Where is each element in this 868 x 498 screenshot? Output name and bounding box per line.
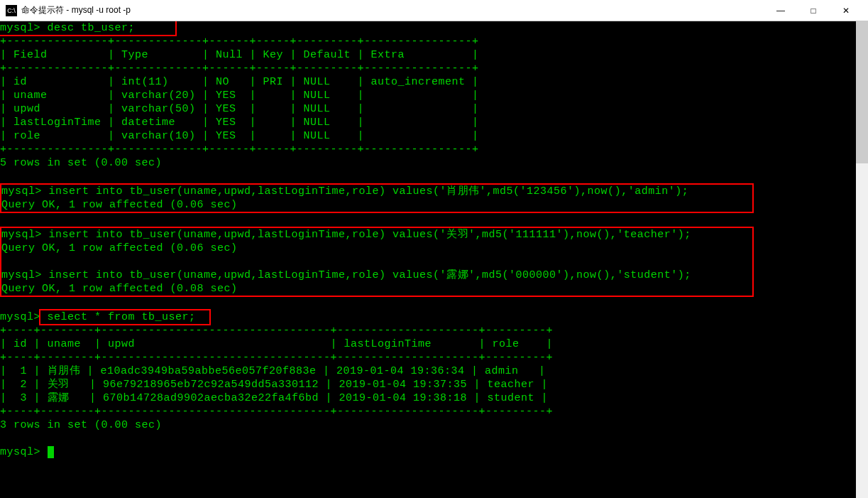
highlight-insert2-3: mysql> insert into tb_user(uname,upwd,la… [0,227,754,297]
select-table-row: | 2 | 关羽 | 96e79218965eb72c92a549dd5a330… [0,379,548,391]
insert1-cmd: mysql> insert into tb_user(uname,upwd,la… [1,185,688,197]
desc-command: desc tb_user; [40,22,135,34]
desc-table-row: | upwd | varchar(50) | YES | | NULL | | [0,103,479,115]
select-table-sep: +----+--------+-------------------------… [0,325,553,337]
window-title: 命令提示符 - mysql -u root -p [21,4,764,16]
select-table-row: | 1 | 肖朋伟 | e10adc3949ba59abbe56e057f20f… [0,365,546,377]
select-table-sep: +----+--------+-------------------------… [0,406,553,418]
terminal-container: mysql> desc tb_user; +---------------+--… [0,21,868,498]
mysql-prompt: mysql> [0,22,40,34]
insert2-result: Query OK, 1 row affected (0.06 sec) [1,242,238,254]
minimize-button[interactable]: — [764,0,797,21]
insert3-cmd: mysql> insert into tb_user(uname,upwd,la… [1,269,691,281]
desc-table-sep: +---------------+-------------+------+--… [0,36,479,48]
cmd-icon: C:\ [6,5,17,16]
desc-table-sep: +---------------+-------------+------+--… [0,63,479,75]
mysql-prompt: mysql> [0,311,40,323]
desc-table-row: | role | varchar(10) | YES | | NULL | | [0,130,479,142]
desc-summary: 5 rows in set (0.00 sec) [0,157,162,169]
insert2-cmd: mysql> insert into tb_user(uname,upwd,la… [1,229,691,241]
desc-table-sep: +---------------+-------------+------+--… [0,144,479,156]
mysql-prompt: mysql> [0,446,40,458]
window-buttons: — □ ✕ [764,0,862,21]
close-button[interactable]: ✕ [830,0,862,21]
scrollbar-thumb[interactable] [856,21,868,163]
select-summary: 3 rows in set (0.00 sec) [0,419,162,431]
select-table-sep: +----+--------+-------------------------… [0,352,553,364]
desc-table-header: | Field | Type | Null | Key | Default | … [0,49,479,61]
desc-table-row: | lastLoginTime | datetime | YES | | NUL… [0,117,479,129]
insert3-result: Query OK, 1 row affected (0.08 sec) [1,283,238,295]
select-table-row: | 3 | 露娜 | 670b14728ad9902aecba32e22fa4f… [0,392,548,404]
highlight-select-cmd: select * from tb_user; [39,309,211,325]
desc-table-row: | uname | varchar(20) | YES | | NULL | | [0,90,479,102]
insert1-result: Query OK, 1 row affected (0.06 sec) [1,199,238,211]
cursor [48,446,54,458]
scrollbar[interactable] [856,21,868,498]
maximize-button[interactable]: □ [797,0,830,21]
highlight-desc-cmd: mysql> desc tb_user; [0,21,177,36]
select-command: select * from tb_user; [40,311,196,323]
desc-table-row: | id | int(11) | NO | PRI | NULL | auto_… [0,76,479,88]
window-titlebar: C:\ 命令提示符 - mysql -u root -p — □ ✕ [0,0,868,21]
terminal-output[interactable]: mysql> desc tb_user; +---------------+--… [0,21,856,498]
highlight-insert1: mysql> insert into tb_user(uname,upwd,la… [0,183,754,213]
select-table-header: | id | uname | upwd | lastLoginTime | ro… [0,338,553,350]
